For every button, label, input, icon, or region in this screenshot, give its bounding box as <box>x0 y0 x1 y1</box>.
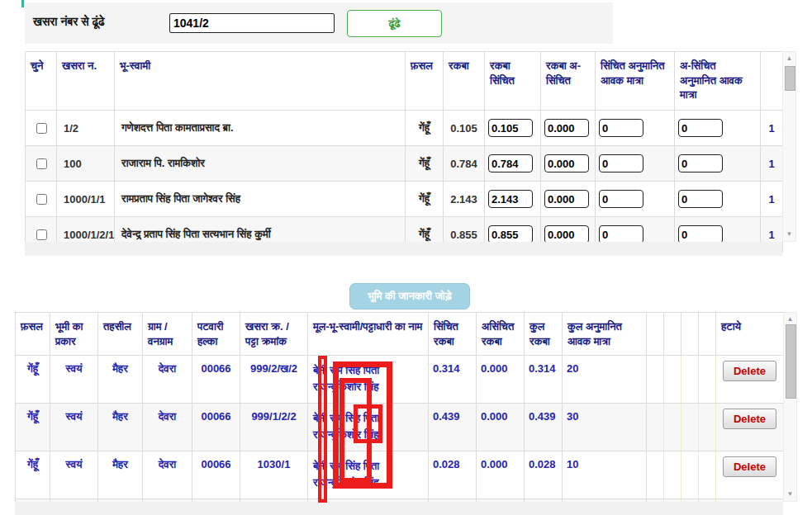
area-cell: 0.105 <box>444 111 485 146</box>
col-header-crop: फ़सल <box>16 313 50 356</box>
unirrigated-input[interactable] <box>544 154 589 172</box>
col-header-total-income: कुल अनुमानित आवक मात्रा <box>563 313 647 356</box>
scroll-down-icon[interactable] <box>783 231 795 238</box>
village-cell: देवरा <box>143 451 192 499</box>
annotation-rectangle <box>318 356 327 503</box>
col-header-area: रकबा <box>444 52 485 111</box>
unirrigated-input[interactable] <box>544 225 589 243</box>
irr-income-input[interactable] <box>599 225 643 243</box>
irrigated-area-cell: 0.314 <box>429 356 477 404</box>
crop-cell: गेंहूँ <box>16 404 50 451</box>
col-header-irrigated: रकबा सिंचित <box>485 52 541 111</box>
select-row-checkbox[interactable] <box>36 123 47 134</box>
land-type-cell: स्वयं <box>50 356 98 404</box>
col-header-delete: हटाये <box>716 313 784 356</box>
blank-cell <box>699 404 716 451</box>
irrigated-area-cell: 0.028 <box>429 451 477 499</box>
irrigated-input[interactable] <box>488 225 533 243</box>
scroll-thumb[interactable] <box>785 66 795 91</box>
table-row: गेंहूँ स्वयं मैहर देवरा 00066 999/2/ख/2 … <box>16 356 784 404</box>
irr-income-input[interactable] <box>599 119 643 137</box>
scroll-up-icon[interactable] <box>784 316 796 323</box>
blank-cell <box>681 356 699 404</box>
col-header-halka: पटवारी हल्का <box>192 313 240 356</box>
select-row-checkbox[interactable] <box>36 158 47 169</box>
scroll-thumb[interactable] <box>786 324 796 399</box>
blank-cell <box>664 451 681 499</box>
irrigated-input[interactable] <box>488 190 533 208</box>
unirr-income-input[interactable] <box>678 190 723 208</box>
bottom-table-horizontal-scrollbar[interactable] <box>15 502 783 515</box>
select-row-checkbox[interactable] <box>36 194 47 205</box>
scroll-down-icon[interactable] <box>784 491 796 498</box>
search-button[interactable]: ढूंढे <box>347 10 442 37</box>
irrigated-input[interactable] <box>488 119 533 137</box>
unirr-income-input[interactable] <box>678 119 723 137</box>
blank-cell <box>681 404 699 451</box>
unirr-income-input[interactable] <box>678 154 723 172</box>
col-header-crop: फ़सल <box>406 52 444 111</box>
table-row: 1000/1/1 रामप्रताप सिंह पिता जागेश्वर सि… <box>26 182 783 217</box>
header-row: फ़सल भूमी का प्रकार तहसील ग्राम / वनग्रा… <box>16 313 784 356</box>
scroll-up-icon[interactable] <box>783 55 795 62</box>
add-land-info-button[interactable]: भूमि की जानकारी जोड़े <box>349 283 470 309</box>
col-header-blank <box>664 313 681 356</box>
page: खसरा नंबर से ढूंढे ढूंढे चुने खसरा न. भू… <box>0 0 812 515</box>
table-row: गेंहूँ स्वयं मैहर देवरा 00066 999/1/2/2 … <box>16 404 784 451</box>
khasra-cell: 999/1/2/2 <box>240 404 308 451</box>
khasra-search-label: खसरा नंबर से ढूंढे <box>33 15 105 29</box>
khasra-search-input[interactable] <box>169 13 335 33</box>
count-cell: 1 <box>761 182 783 217</box>
col-header-blank <box>761 52 783 111</box>
bottom-table-vertical-scrollbar[interactable] <box>783 312 797 502</box>
total-area-cell: 0.314 <box>525 356 563 404</box>
top-table-horizontal-scrollbar[interactable] <box>25 242 782 256</box>
blank-cell <box>664 356 681 404</box>
crop-cell: गेंहूँ <box>406 146 444 182</box>
unirrigated-input[interactable] <box>544 190 589 208</box>
unirrigated-area-cell: 0.000 <box>477 451 525 499</box>
unirr-income-input[interactable] <box>678 225 723 243</box>
irr-income-input[interactable] <box>599 190 643 208</box>
blank-cell <box>647 451 664 499</box>
col-header-khasra: खसरा क्र. / पट्टा क्रमांक <box>240 313 308 356</box>
area-cell: 0.784 <box>444 146 485 182</box>
col-header-unirr-income: अ-सिंचित अनुमानित आवक मात्रा <box>675 52 761 111</box>
crop-cell: गेंहूँ <box>406 182 444 217</box>
col-header-unirrigated: रकबा अ-सिंचित <box>541 52 596 111</box>
col-header-village: ग्राम / वनग्राम <box>143 313 192 356</box>
khasra-results-table: चुने खसरा न. भू-स्वामी फ़सल रकबा रकबा सि… <box>25 51 783 253</box>
unirrigated-area-cell: 0.000 <box>477 356 525 404</box>
col-header-irrigated-area: सिंचित रकबा <box>429 313 477 356</box>
halka-cell: 00066 <box>192 404 240 451</box>
select-row-checkbox[interactable] <box>36 229 47 240</box>
owner-cell: गणेशदत्त पिता कामताप्रसाद ब्रा. <box>115 111 406 146</box>
col-header-tehsil: तहसील <box>98 313 143 356</box>
irrigated-input[interactable] <box>488 154 533 172</box>
top-table-vertical-scrollbar[interactable] <box>782 51 796 242</box>
village-cell: देवरा <box>143 404 192 451</box>
irr-income-input[interactable] <box>599 154 643 172</box>
irrigated-area-cell: 0.439 <box>429 404 477 451</box>
blank-cell <box>647 404 664 451</box>
col-header-blank <box>699 313 716 356</box>
col-header-unirrigated-area: असिंचित रकबा <box>477 313 525 356</box>
unirrigated-input[interactable] <box>544 119 589 137</box>
annotation-rectangle <box>354 404 382 443</box>
blank-cell <box>664 404 681 451</box>
delete-button[interactable]: Delete <box>723 409 776 429</box>
delete-button[interactable]: Delete <box>723 456 776 477</box>
col-header-select: चुने <box>26 52 57 111</box>
header-row: चुने खसरा न. भू-स्वामी फ़सल रकबा रकबा सि… <box>26 52 783 111</box>
col-header-owner-name: मूल-भू-स्वामी/पट्टाधारी का नाम <box>308 313 429 356</box>
blank-cell <box>647 356 664 404</box>
tehsil-cell: मैहर <box>98 451 143 499</box>
added-land-table-container: फ़सल भूमी का प्रकार तहसील ग्राम / वनग्रा… <box>15 312 783 502</box>
crop-cell: गेंहूँ <box>16 356 50 404</box>
col-header-blank <box>647 313 664 356</box>
table-row: गेंहूँ स्वयं मैहर देवरा 00066 1030/1 बेन… <box>16 451 784 499</box>
delete-button[interactable]: Delete <box>723 361 776 381</box>
khasra-cell: 1/2 <box>57 111 115 146</box>
khasra-cell: 999/2/ख/2 <box>240 356 308 404</box>
unirrigated-area-cell: 0.000 <box>477 404 525 451</box>
